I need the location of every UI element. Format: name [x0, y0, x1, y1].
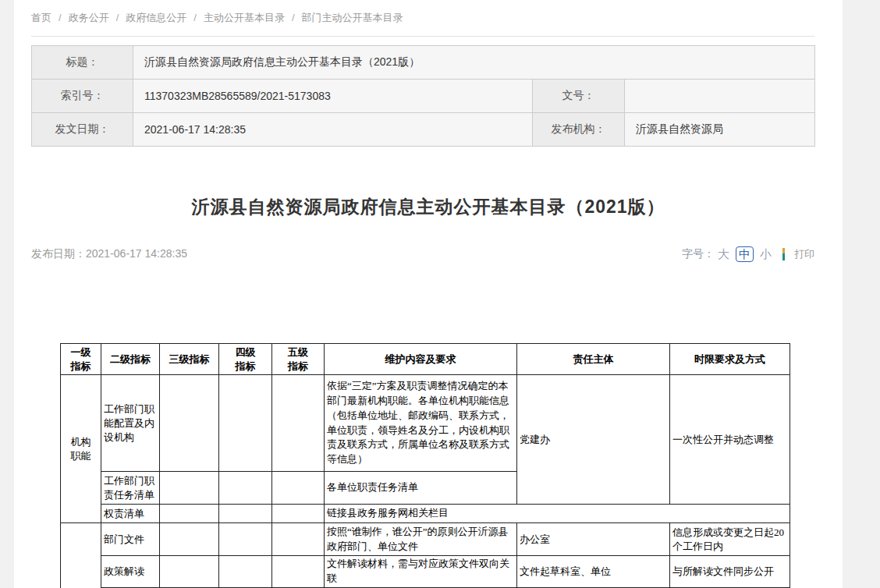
page-title: 沂源县自然资源局政府信息主动公开基本目录（2021版）: [14, 195, 843, 219]
cell-owner: 办公室: [517, 523, 670, 556]
cell-level4-empty: [219, 375, 272, 472]
cell-level4-empty: [219, 523, 272, 556]
cell-level2: 工作部门职能配置及内设机构: [101, 375, 160, 472]
breadcrumb-separator: /: [292, 12, 295, 23]
cell-content: 依据“三定”方案及职责调整情况确定的本部门最新机构职能。各单位机构职能信息（包括…: [325, 375, 517, 472]
breadcrumb: 首页/政务公开/政府信息公开/主动公开基本目录/部门主动公开基本目录: [31, 11, 403, 25]
meta-title-value: 沂源县自然资源局政府信息主动公开基本目录（2021版）: [133, 46, 815, 80]
meta-row-title: 标题： 沂源县自然资源局政府信息主动公开基本目录（2021版）: [32, 46, 815, 80]
meta-docnum-value: [625, 80, 815, 113]
breadcrumb-separator: /: [193, 12, 197, 23]
header-owner: 责任主体: [517, 344, 670, 375]
cell-deadline: 与所解读文件同步公开: [670, 556, 790, 588]
meta-date-value: 2021-06-17 14:28:35: [133, 113, 533, 147]
header-level1-label: 一级指标: [70, 345, 92, 373]
breadcrumb-item-zwgk[interactable]: 政务公开: [69, 12, 109, 23]
cell-owner: 文件起草科室、单位: [517, 556, 670, 588]
cell-content: 文件解读材料，需与对应政策文件双向关联: [325, 556, 517, 588]
breadcrumb-item-home[interactable]: 首页: [31, 12, 51, 23]
cell-level1-jgzn-label: 机构职能: [70, 435, 92, 462]
header-level5: 五级指标: [272, 344, 325, 375]
catalogue-table: 一级指标 二级指标 三级指标 四级指标 五级指标 维护内容及要求 责任主体 时限…: [60, 343, 790, 588]
table-row: 部门文件 按照“谁制作，谁公开”的原则公开沂源县政府部门、单位文件 办公室 信息…: [61, 523, 790, 556]
cell-content: 按照“谁制作，谁公开”的原则公开沂源县政府部门、单位文件: [325, 523, 517, 556]
cell-level3-empty: [160, 523, 219, 556]
breadcrumb-item-zdgkml[interactable]: 主动公开基本目录: [204, 12, 285, 23]
breadcrumb-separator: /: [59, 12, 62, 23]
breadcrumb-divider: [31, 36, 814, 37]
meta-row-index: 索引号： 11370323MB28565589/2021-5173083 文号：: [32, 80, 815, 113]
meta-agency-label: 发布机构：: [533, 113, 625, 147]
cell-level4-empty: [219, 556, 272, 588]
meta-row-date: 发文日期： 2021-06-17 14:28:35 发布机构： 沂源县自然资源局: [32, 113, 815, 147]
meta-title-label: 标题：: [32, 46, 133, 80]
font-size-medium-button[interactable]: 中: [736, 246, 754, 262]
cell-level5-empty: [272, 505, 325, 523]
cell-level2: 部门文件: [101, 523, 160, 556]
cell-level4-empty: [219, 472, 272, 505]
table-row: 权责清单 链接县政务服务网相关栏目: [61, 505, 790, 523]
tools-divider: [782, 248, 785, 260]
meta-index-label: 索引号：: [32, 80, 133, 113]
header-content: 维护内容及要求: [325, 344, 517, 375]
breadcrumb-item-zfxxgk[interactable]: 政府信息公开: [126, 12, 186, 23]
cell-level2: 政策解读: [101, 556, 160, 588]
font-size-small-button[interactable]: 小: [760, 247, 772, 262]
cell-level3-empty: [160, 472, 219, 505]
cell-content: 各单位职责任务清单: [325, 472, 517, 505]
header-level4: 四级指标: [219, 344, 272, 375]
publish-date: 发布日期：2021-06-17 14:28:35: [31, 247, 187, 261]
cell-level2: 权责清单: [101, 505, 160, 523]
breadcrumb-item-bmzdgkml[interactable]: 部门主动公开基本目录: [302, 12, 403, 23]
article-meta-row: 发布日期：2021-06-17 14:28:35 字号： 大 中 小 打印: [31, 244, 814, 264]
cell-content: 链接县政务服务网相关栏目: [325, 505, 790, 523]
document-meta-table: 标题： 沂源县自然资源局政府信息主动公开基本目录（2021版） 索引号： 113…: [31, 45, 815, 147]
breadcrumb-separator: /: [116, 12, 119, 23]
cell-level3-empty: [160, 556, 219, 588]
cell-level5-empty: [272, 472, 325, 505]
print-button[interactable]: 打印: [794, 247, 814, 261]
meta-date-label: 发文日期：: [32, 113, 133, 147]
header-level2: 二级指标: [101, 344, 160, 375]
font-size-label: 字号：: [682, 247, 715, 261]
meta-docnum-label: 文号：: [533, 80, 625, 113]
publish-date-value: 2021-06-17 14:28:35: [86, 247, 187, 260]
article-tools: 字号： 大 中 小 打印: [682, 246, 814, 262]
page-canvas: 首页/政务公开/政府信息公开/主动公开基本目录/部门主动公开基本目录 标题： 沂…: [0, 0, 880, 588]
header-level5-label: 五级指标: [287, 345, 309, 373]
header-level3: 三级指标: [160, 344, 219, 375]
header-level1: 一级指标: [61, 344, 101, 375]
cell-level5-empty: [272, 375, 325, 472]
meta-index-value: 11370323MB28565589/2021-5173083: [133, 80, 533, 113]
cell-level5-empty: [272, 523, 325, 556]
cell-level1-empty: [61, 523, 101, 588]
cell-level1-jgzn: 机构职能: [61, 375, 101, 523]
cell-level3-empty: [160, 375, 219, 472]
cell-owner: 党建办: [517, 375, 670, 505]
cell-level3-empty: [160, 505, 219, 523]
cell-deadline: 一次性公开并动态调整: [670, 375, 790, 505]
cell-level5-empty: [272, 556, 325, 588]
header-deadline: 时限要求及方式: [670, 344, 790, 375]
table-header-row: 一级指标 二级指标 三级指标 四级指标 五级指标 维护内容及要求 责任主体 时限…: [61, 344, 790, 375]
font-size-large-button[interactable]: 大: [718, 247, 729, 262]
table-row: 政策解读 文件解读材料，需与对应政策文件双向关联 文件起草科室、单位 与所解读文…: [61, 556, 790, 588]
cell-deadline: 信息形成或变更之日起20个工作日内: [670, 523, 790, 556]
cell-level2: 工作部门职责任务清单: [101, 472, 160, 505]
table-row: 机构职能 工作部门职能配置及内设机构 依据“三定”方案及职责调整情况确定的本部门…: [61, 375, 790, 472]
meta-agency-value: 沂源县自然资源局: [625, 113, 815, 147]
cell-level4-empty: [219, 505, 272, 523]
publish-date-label: 发布日期：: [31, 247, 86, 260]
header-level4-label: 四级指标: [235, 345, 257, 373]
